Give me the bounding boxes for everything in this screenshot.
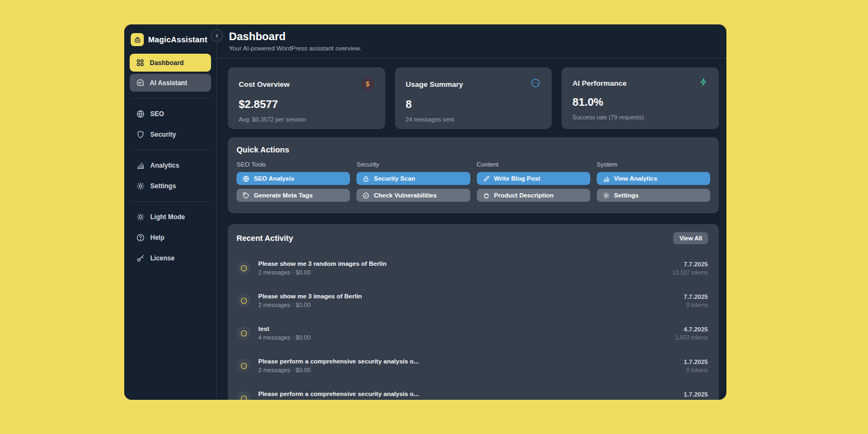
group-label: System xyxy=(597,161,710,168)
zap-icon xyxy=(699,78,708,88)
seo-analysis-button[interactable]: SEO Analysis xyxy=(237,172,350,185)
sidebar-item-ai-assistant[interactable]: AI Assistant xyxy=(130,74,211,92)
quick-actions-title: Quick Actions xyxy=(237,145,710,154)
product-description-button[interactable]: Product Description xyxy=(477,189,590,202)
page-subtitle: Your AI-powered WordPress assistant over… xyxy=(229,45,713,52)
brand-name: MagicAssistant xyxy=(148,35,207,44)
activity-row[interactable]: Please perform a comprehensive security … xyxy=(237,382,708,400)
sidebar-item-help[interactable]: Help xyxy=(130,228,211,247)
quick-actions-group-system: System View Analytics xyxy=(597,161,710,206)
key-icon xyxy=(136,254,145,263)
stat-subtitle: Avg: $0.3572 per session xyxy=(239,116,374,123)
group-label: Security xyxy=(356,161,470,168)
settings-button[interactable]: Settings xyxy=(597,189,710,202)
sidebar-divider xyxy=(131,98,210,99)
chat-dots-icon xyxy=(237,326,251,340)
globe-icon xyxy=(242,175,250,182)
sidebar-item-label: Security xyxy=(150,131,176,138)
chat-dots-icon xyxy=(237,261,251,275)
brand: MagicAssistant xyxy=(130,31,211,54)
recent-activity-title: Recent Activity xyxy=(237,234,293,242)
generate-meta-tags-button[interactable]: Generate Meta Tags xyxy=(237,189,350,202)
sidebar-item-license[interactable]: License xyxy=(130,248,211,268)
main-area: Dashboard Your AI-powered WordPress assi… xyxy=(217,24,726,400)
stat-value: $2.8577 xyxy=(239,98,374,111)
collapse-sidebar-button[interactable] xyxy=(210,29,223,42)
activity-date: 7.7.2025 xyxy=(672,261,708,267)
activity-row[interactable]: test 4 messages · $0.00 4.7.2025 1,653 t… xyxy=(237,317,708,349)
chat-icon xyxy=(136,79,144,87)
group-label: SEO Tools xyxy=(237,161,350,168)
chat-dots-icon xyxy=(237,293,251,308)
sidebar-item-settings[interactable]: Settings xyxy=(130,176,211,196)
activity-row[interactable]: Please show me 3 images of Berlin 2 mess… xyxy=(237,284,708,317)
stat-card-ai-performance: AI Performance 81.0% Success rate (79 re… xyxy=(561,67,719,129)
quick-actions-group-security: Security Security Scan Check Vulnerabil xyxy=(356,161,470,206)
gear-icon xyxy=(603,192,610,199)
gear-icon xyxy=(136,182,145,190)
quick-actions-group-seo-tools: SEO Tools SEO Analysis xyxy=(237,161,350,206)
activity-meta: 4 messages · $0.00 xyxy=(258,334,675,341)
sidebar-item-security[interactable]: Security xyxy=(130,125,211,144)
activity-date: 7.7.2025 xyxy=(684,293,708,300)
stats-row: Cost Overview $ $2.8577 Avg: $0.3572 per… xyxy=(228,67,719,129)
bar-chart-icon xyxy=(136,161,145,170)
activity-title: test xyxy=(258,326,675,332)
chevron-left-icon xyxy=(214,33,220,39)
activity-row[interactable]: Please perform a comprehensive security … xyxy=(237,349,708,382)
sun-icon xyxy=(136,213,145,221)
sidebar-item-label: SEO xyxy=(150,110,164,118)
stat-subtitle: Success rate (79 requests) xyxy=(572,114,708,120)
app-window: MagicAssistant Dashboard AI Assistant SE… xyxy=(124,24,726,400)
activity-row[interactable]: Please show me 3 random images of Berlin… xyxy=(237,252,708,284)
security-scan-button[interactable]: Security Scan xyxy=(356,172,470,185)
sidebar-item-analytics[interactable]: Analytics xyxy=(130,156,211,175)
sidebar: MagicAssistant Dashboard AI Assistant SE… xyxy=(124,24,217,400)
stat-title: Usage Summary xyxy=(406,80,463,88)
globe-icon xyxy=(136,110,145,118)
sidebar-item-seo[interactable]: SEO xyxy=(130,104,211,124)
stat-value: 8 xyxy=(406,98,541,111)
write-blog-post-button[interactable]: Write Blog Post xyxy=(477,172,590,185)
sidebar-item-label: License xyxy=(150,254,175,262)
activity-meta: 2 messages · $0.00 xyxy=(258,302,684,308)
quick-actions-card: Quick Actions SEO Tools SEO Analysis xyxy=(228,137,719,213)
tag-icon xyxy=(242,192,250,199)
activity-meta: 2 messages · $0.00 xyxy=(258,269,672,276)
sidebar-divider xyxy=(131,201,210,202)
sidebar-item-label: AI Assistant xyxy=(150,79,187,87)
help-circle-icon xyxy=(136,233,145,242)
bar-chart-icon xyxy=(603,175,610,182)
stat-card-cost-overview: Cost Overview $ $2.8577 Avg: $0.3572 per… xyxy=(228,67,385,129)
stat-title: AI Performance xyxy=(572,79,627,87)
sidebar-item-label: Analytics xyxy=(150,162,179,169)
pencil-icon xyxy=(483,175,490,182)
bag-icon xyxy=(483,192,490,199)
check-vulnerabilities-button[interactable]: Check Vulnerabilities xyxy=(356,189,470,202)
activity-tokens: 0 tokens xyxy=(684,399,708,400)
activity-meta: 2 messages · $0.00 xyxy=(258,367,684,373)
activity-title: Please perform a comprehensive security … xyxy=(258,358,684,365)
sidebar-item-light-mode[interactable]: Light Mode xyxy=(130,207,211,227)
view-all-button[interactable]: View All xyxy=(673,232,708,244)
recent-activity-card: Recent Activity View All Please show me … xyxy=(228,224,719,400)
sidebar-item-label: Light Mode xyxy=(150,213,185,221)
activity-title: Please show me 3 images of Berlin xyxy=(258,293,684,299)
lock-icon xyxy=(362,175,369,182)
stat-title: Cost Overview xyxy=(239,80,290,88)
chat-dots-icon xyxy=(237,359,251,373)
check-circle-icon xyxy=(362,192,369,199)
sidebar-item-label: Help xyxy=(150,234,164,241)
chat-dots-icon xyxy=(237,391,251,400)
group-label: Content xyxy=(477,161,590,168)
robot-logo-icon xyxy=(131,33,144,46)
activity-tokens: 1,653 tokens xyxy=(675,334,708,341)
stat-value: 81.0% xyxy=(572,96,708,108)
activity-tokens: 0 tokens xyxy=(684,302,708,308)
view-analytics-button[interactable]: View Analytics xyxy=(597,172,710,185)
shield-icon xyxy=(136,130,145,139)
activity-date: 1.7.2025 xyxy=(684,359,708,365)
sidebar-divider xyxy=(131,150,210,150)
quick-actions-grid: SEO Tools SEO Analysis xyxy=(237,161,710,206)
sidebar-item-dashboard[interactable]: Dashboard xyxy=(130,54,211,72)
